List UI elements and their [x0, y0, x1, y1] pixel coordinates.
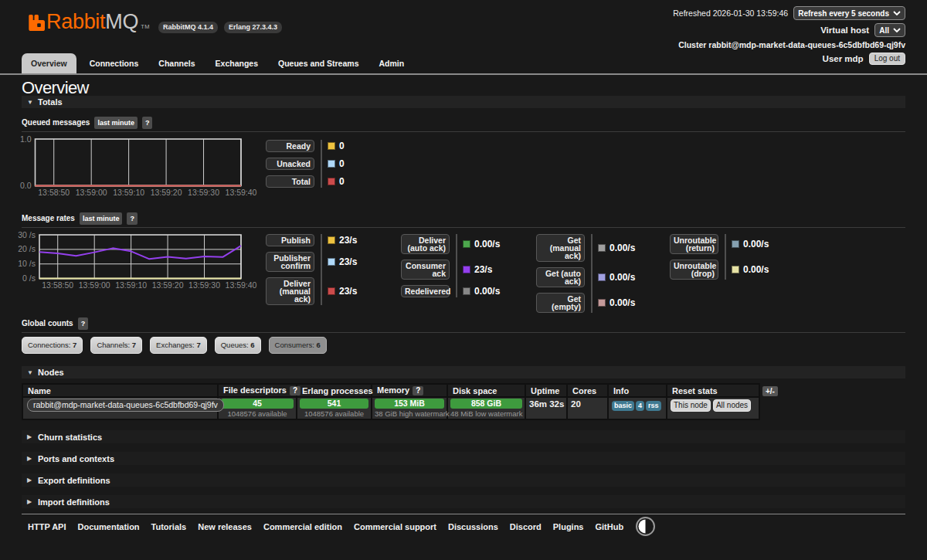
queued-range-badge[interactable]: last minute	[94, 117, 138, 129]
message-rates-header: Message rates last minute ?	[22, 212, 905, 228]
legend-button-deliver-auto[interactable]: Deliver (auto ack)	[401, 234, 450, 254]
nodes-section-header[interactable]: ▼ Nodes	[22, 366, 905, 378]
info-badge-4: 4	[636, 401, 644, 411]
fd-caption: 1048576 available	[221, 409, 294, 418]
cluster-name: Cluster rabbit@mdp-market-data-queues-6c…	[673, 40, 905, 49]
svg-text:1.0: 1.0	[20, 134, 32, 144]
footer-link-http-api[interactable]: HTTP API	[28, 522, 66, 531]
refresh-row: Refreshed 2026-01-30 13:59:46 Refresh ev…	[673, 6, 905, 20]
legend-value-consumer-ack: 23/s	[474, 264, 492, 275]
legend-button-redelivered[interactable]: Redelivered	[401, 285, 450, 297]
svg-text:13:58:50: 13:58:50	[42, 280, 73, 290]
message-rates-label: Message rates	[22, 213, 75, 224]
totals-section-header[interactable]: ▼ Totals	[22, 96, 905, 108]
connections-count-button[interactable]: Connections: 7	[22, 337, 83, 354]
legend-swatch-unroutable-return	[732, 240, 739, 248]
footer-link-discussions[interactable]: Discussions	[448, 522, 498, 531]
legend-button-publish[interactable]: Publish	[266, 234, 314, 246]
erlang-caption: 1048576 available	[300, 409, 368, 418]
legend-swatch-redelivered	[463, 287, 470, 295]
info-badge-rss: rss	[646, 401, 661, 411]
memory-caption: 38 GiB high watermark	[375, 409, 444, 418]
legend-button-consumer-ack[interactable]: Consumer ack	[401, 260, 450, 280]
tab-exchanges[interactable]: Exchanges	[216, 53, 258, 73]
logout-button[interactable]: Log out	[869, 53, 905, 65]
legend-button-get-empty[interactable]: Get (empty)	[536, 293, 585, 313]
queues-count-button[interactable]: Queues: 6	[215, 337, 261, 354]
node-row: rabbit@mdp-market-data-queues-6c5dbfbd69…	[23, 398, 760, 420]
queued-help-icon[interactable]: ?	[142, 117, 153, 129]
col-header-name: Name	[23, 385, 219, 398]
rates-help-icon[interactable]: ?	[127, 212, 138, 225]
channels-count-button[interactable]: Channels: 7	[90, 337, 142, 354]
refreshed-label: Refreshed 2026-01-30 13:59:46	[673, 8, 788, 18]
node-uptime-cell: 36m 32s	[526, 398, 568, 420]
vhost-select[interactable]: All	[874, 23, 905, 37]
footer-link-plugins[interactable]: Plugins	[553, 522, 584, 531]
footer-link-discord[interactable]: Discord	[510, 522, 542, 531]
legend-swatch-get-manual	[598, 244, 606, 252]
chevron-down-icon	[893, 11, 901, 15]
expand-triangle-icon: ▶	[27, 455, 35, 462]
footer-link-commercial-edition[interactable]: Commercial edition	[263, 522, 342, 531]
legend-button-get-auto[interactable]: Get (auto ack)	[536, 267, 585, 287]
node-name-link[interactable]: rabbit@mdp-market-data-queues-6c5dbfbd69…	[27, 399, 224, 412]
legend-value-get-empty: 0.00/s	[610, 297, 635, 308]
svg-text:13:59:10: 13:59:10	[113, 188, 144, 197]
import-definitions-section-header[interactable]: ▶ Import definitions	[22, 495, 905, 508]
node-fd-cell: 45 1048576 available	[219, 398, 297, 420]
vhost-value: All	[879, 26, 889, 35]
legend-value-total: 0	[339, 176, 345, 187]
footer-link-github[interactable]: GitHub	[596, 522, 624, 531]
memory-help-icon[interactable]: ?	[413, 386, 423, 395]
legend-button-publisher-confirm[interactable]: Publisher confirm	[266, 252, 314, 272]
legend-button-get-manual[interactable]: Get (manual ack)	[536, 234, 585, 262]
exchanges-count-button[interactable]: Exchanges: 7	[150, 337, 207, 354]
refresh-interval-value: Refresh every 5 seconds	[798, 9, 889, 18]
column-selector-button[interactable]: +/-	[762, 386, 778, 396]
legend-value-publish: 23/s	[339, 235, 357, 246]
legend-button-total[interactable]: Total	[266, 175, 314, 188]
tab-admin[interactable]: Admin	[379, 53, 404, 73]
svg-text:13:58:50: 13:58:50	[38, 188, 70, 197]
header: RabbitMQTM RabbitMQ 4.1.4 Erlang 27.3.4.…	[0, 0, 927, 56]
footer-link-documentation[interactable]: Documentation	[78, 522, 140, 531]
rates-range-badge[interactable]: last minute	[80, 212, 123, 225]
footer-link-new-releases[interactable]: New releases	[198, 522, 252, 531]
theme-toggle-icon[interactable]	[635, 516, 656, 537]
erlang-usage-bar: 541	[300, 399, 368, 409]
svg-text:13:59:00: 13:59:00	[76, 188, 107, 197]
churn-statistics-section-header[interactable]: ▶ Churn statistics	[22, 430, 905, 443]
legend-button-unacked[interactable]: Unacked	[266, 158, 314, 170]
queued-messages-header: Queued messages last minute ?	[22, 117, 905, 132]
tab-overview[interactable]: Overview	[22, 53, 76, 73]
svg-text:13:59:10: 13:59:10	[115, 280, 147, 290]
node-erlang-cell: 541 1048576 available	[297, 398, 372, 420]
footer-link-commercial-support[interactable]: Commercial support	[354, 522, 436, 531]
export-definitions-section-header[interactable]: ▶ Export definitions	[22, 473, 905, 487]
collapse-triangle-icon: ▼	[27, 369, 35, 376]
reset-all-nodes-button[interactable]: All nodes	[713, 399, 751, 412]
tab-queues-streams[interactable]: Queues and Streams	[278, 53, 358, 73]
tab-connections[interactable]: Connections	[90, 53, 139, 73]
reset-this-node-button[interactable]: This node	[671, 399, 711, 412]
footer-link-tutorials[interactable]: Tutorials	[151, 522, 187, 531]
legend-swatch-deliver-manual	[328, 287, 335, 295]
col-header-disk-space: Disk space	[448, 385, 526, 398]
legend-button-deliver-manual[interactable]: Deliver (manual ack)	[266, 277, 314, 305]
svg-text:13:59:20: 13:59:20	[152, 280, 184, 290]
legend-button-unroutable-return[interactable]: Unroutable (return)	[670, 234, 718, 254]
disk-caption: 48 MiB low watermark	[450, 409, 522, 418]
legend-button-ready[interactable]: Ready	[266, 140, 314, 152]
ports-contexts-section-header[interactable]: ▶ Ports and contexts	[22, 452, 905, 465]
consumers-count-button[interactable]: Consumers: 6	[269, 337, 327, 354]
legend-button-unroutable-drop[interactable]: Unroutable (drop)	[670, 260, 718, 280]
node-cores-cell: 20	[568, 398, 609, 420]
rabbitmq-logo-icon	[29, 15, 45, 31]
global-counts-help-icon[interactable]: ?	[78, 317, 89, 330]
legend-value-unroutable-return: 0.00/s	[743, 239, 769, 249]
refresh-interval-select[interactable]: Refresh every 5 seconds	[793, 6, 905, 20]
fd-help-icon[interactable]: ?	[290, 386, 301, 395]
node-disk-cell: 858 GiB 48 MiB low watermark	[448, 398, 526, 420]
tab-channels[interactable]: Channels	[158, 53, 195, 73]
